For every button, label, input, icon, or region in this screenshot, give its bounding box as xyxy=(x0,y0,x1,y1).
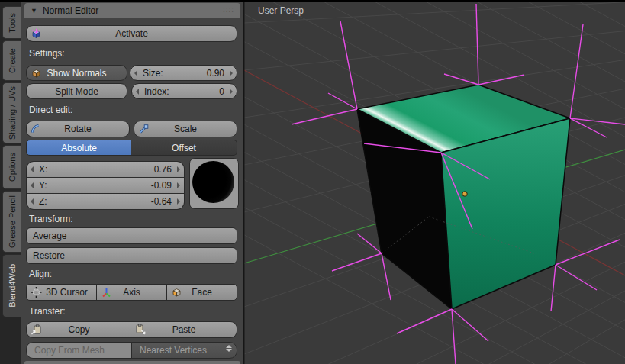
next-panel-header-edge[interactable] xyxy=(24,361,240,364)
transform-label: Transform: xyxy=(29,214,73,224)
decrement-arrow[interactable] xyxy=(134,70,137,76)
split-mode-toggle[interactable]: Split Mode xyxy=(26,83,127,99)
average-button[interactable]: Average xyxy=(26,227,237,244)
tab-create[interactable]: Create xyxy=(2,40,21,81)
mesh-cube-icon xyxy=(31,67,42,79)
increment-arrow[interactable] xyxy=(177,166,180,172)
align-face-button[interactable]: Face xyxy=(166,284,237,301)
blender-window: { "tabs": { "items": [ {"label": "Tools"… xyxy=(0,0,625,364)
panel-header[interactable]: ▼ Normal Editor :::: xyxy=(24,3,240,18)
collapse-triangle-icon[interactable]: ▼ xyxy=(31,7,37,14)
rotate-arc-icon xyxy=(31,124,42,135)
face-cube-icon xyxy=(171,287,182,298)
increment-arrow[interactable] xyxy=(177,182,180,188)
tab-shading-uvs[interactable]: Shading / UVs xyxy=(2,82,21,143)
copy-button[interactable]: Copy xyxy=(26,321,132,338)
transfer-mode-dropdown[interactable]: Nearest Vertices xyxy=(131,342,237,359)
scale-arrow-icon xyxy=(138,124,150,135)
align-axis-button[interactable]: Axis xyxy=(96,284,167,301)
offset-toggle[interactable]: Offset xyxy=(131,140,237,156)
index-stepper[interactable]: Index: 0 xyxy=(131,83,237,99)
viewport-canvas[interactable] xyxy=(243,0,625,364)
copy-clipboard-icon xyxy=(31,324,42,336)
view-name-label: User Persp xyxy=(258,5,304,16)
decrement-arrow[interactable] xyxy=(136,89,139,95)
increment-arrow[interactable] xyxy=(230,89,233,95)
activate-button[interactable]: Activate xyxy=(26,25,237,42)
axis-icon xyxy=(101,287,112,298)
viewport-3d[interactable]: User Persp xyxy=(243,0,625,364)
z-field[interactable]: Z: -0.64 xyxy=(27,194,184,209)
increment-arrow[interactable] xyxy=(177,198,180,205)
3d-cursor-icon xyxy=(31,287,42,298)
paste-button[interactable]: Paste xyxy=(131,321,237,338)
selected-vertex-dot[interactable] xyxy=(462,192,467,196)
align-3d-cursor-button[interactable]: 3D Cursor xyxy=(26,284,97,301)
decrement-arrow[interactable] xyxy=(31,198,34,205)
normal-direction-sphere[interactable] xyxy=(192,161,234,203)
restore-button[interactable]: Restore xyxy=(26,247,237,264)
paste-clipboard-icon xyxy=(135,324,147,336)
size-slider[interactable]: Size: 0.90 xyxy=(130,65,237,81)
y-field[interactable]: Y: -0.09 xyxy=(27,178,184,193)
align-label: Align: xyxy=(29,269,52,279)
copy-from-mesh-button[interactable]: Copy From Mesh xyxy=(26,342,132,359)
normal-vector-fields: X: 0.76 Y: -0.09 Z: -0.64 xyxy=(26,161,185,210)
viewport-left-border xyxy=(243,0,245,364)
rotate-button[interactable]: Rotate xyxy=(26,121,130,137)
dropdown-arrows-icon xyxy=(226,345,232,352)
transfer-label: Transfer: xyxy=(29,306,66,317)
increment-arrow[interactable] xyxy=(230,70,233,76)
panel-drag-handle[interactable]: :::: xyxy=(223,5,234,14)
direct-edit-label: Direct edit: xyxy=(29,105,72,115)
normals-cube-icon xyxy=(31,28,42,40)
absolute-toggle[interactable]: Absolute xyxy=(26,140,132,156)
normal-editor-panel: ▼ Normal Editor :::: Activate Settings: … xyxy=(21,2,243,364)
decrement-arrow[interactable] xyxy=(31,182,34,188)
tab-grease-pencil[interactable]: Grease Pencil xyxy=(2,191,21,253)
tab-blend4web[interactable]: Blend4Web xyxy=(2,254,21,317)
decrement-arrow[interactable] xyxy=(31,166,34,172)
show-normals-toggle[interactable]: Show Normals xyxy=(26,65,127,81)
settings-label: Settings: xyxy=(29,48,65,59)
x-field[interactable]: X: 0.76 xyxy=(27,162,184,177)
scale-button[interactable]: Scale xyxy=(134,121,237,137)
tab-tools[interactable]: Tools xyxy=(2,6,21,39)
tab-options[interactable]: Options xyxy=(2,145,21,189)
panel-title: Normal Editor xyxy=(43,5,98,16)
direction-sphere-widget xyxy=(189,158,239,209)
window-top-edge xyxy=(0,0,625,2)
